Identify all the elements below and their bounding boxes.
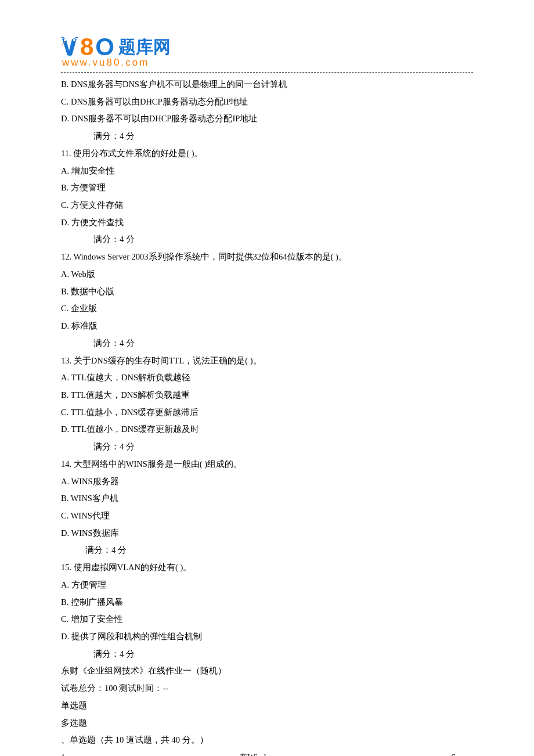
score-line: 满分：4 分 xyxy=(61,438,473,456)
svg-point-3 xyxy=(62,44,63,45)
q1-number: 1. xyxy=(61,749,67,756)
score-line: 满分：4 分 xyxy=(61,646,473,663)
section-single: 单选题 xyxy=(61,697,473,715)
document-content: B. DNS服务器与DNS客户机不可以是物理上的同一台计算机 C. DNS服务器… xyxy=(61,76,473,756)
svg-point-1 xyxy=(73,39,75,41)
q15-option-a: A. 方便管理 xyxy=(61,577,473,594)
question-15: 15. 使用虚拟网VLAN的好处有( )。 xyxy=(61,559,473,577)
q14-option-c: C. WINS代理 xyxy=(61,507,473,525)
logo-v-icon xyxy=(61,37,78,57)
q15-option-c: C. 增加了安全性 xyxy=(61,611,473,628)
logo-url: www.vu80.com xyxy=(62,57,473,69)
q11-option-a: A. 增加安全性 xyxy=(61,163,473,180)
prev-option-c: C. DNS服务器可以由DHCP服务器动态分配IP地址 xyxy=(61,93,473,111)
prev-option-d: D. DNS服务器不可以由DHCP服务器动态分配IP地址 xyxy=(61,110,473,128)
question-11: 11. 使用分布式文件系统的好处是( )。 xyxy=(61,145,473,163)
q12-option-c: C. 企业版 xyxy=(61,300,473,318)
logo-letter-o: O xyxy=(95,35,114,59)
logo-digit-8: 8 xyxy=(80,35,93,59)
question-14: 14. 大型网络中的WINS服务是一般由( )组成的。 xyxy=(61,456,473,473)
q12-option-a: A. Web版 xyxy=(61,266,473,283)
prev-option-b: B. DNS服务器与DNS客户机不可以是物理上的同一台计算机 xyxy=(61,76,473,93)
divider-line xyxy=(61,72,473,73)
q13-option-b: B. TTL值越大，DNS解析负载越重 xyxy=(61,387,473,404)
q12-option-d: D. 标准版 xyxy=(61,318,473,335)
score-line: 满分：4 分 xyxy=(61,542,473,559)
q12-option-b: B. 数据中心版 xyxy=(61,283,473,301)
q11-option-b: B. 方便管理 xyxy=(61,179,473,197)
q11-option-c: C. 方便文件存储 xyxy=(61,197,473,214)
q14-option-d: D. WINS数据库 xyxy=(61,525,473,542)
logo-title-text: 题库网 xyxy=(118,35,171,59)
q14-option-a: A. WINS服务器 xyxy=(61,473,473,491)
exam-info: 试卷总分：100 测试时间：-- xyxy=(61,680,473,697)
score-line: 满分：4 分 xyxy=(61,335,473,352)
logo-header: 8 O 题库网 www.vu80.com xyxy=(61,35,473,69)
section-multi: 多选题 xyxy=(61,715,473,732)
q13-option-c: C. TTL值越小，DNS缓存更新越滞后 xyxy=(61,404,473,422)
score-line: 满分：4 分 xyxy=(61,128,473,145)
score-line: 满分：4 分 xyxy=(61,231,473,249)
question-13: 13. 关于DNS缓存的生存时间TTL，说法正确的是( )。 xyxy=(61,352,473,370)
q15-option-b: B. 控制广播风暴 xyxy=(61,594,473,611)
q1-text-right: Server xyxy=(451,749,473,756)
question-1-line: 1. 在Windows Server xyxy=(61,749,473,756)
question-12: 12. Windows Server 2003系列操作系统中，同时提供32位和6… xyxy=(61,249,473,266)
q14-option-b: B. WINS客户机 xyxy=(61,490,473,507)
exam-title: 东财《企业组网技术》在线作业一（随机） xyxy=(61,663,473,680)
q13-option-a: A. TTL值越大，DNS解析负载越轻 xyxy=(61,369,473,387)
q15-option-d: D. 提供了网段和机构的弹性组合机制 xyxy=(61,628,473,646)
section-header: 、单选题（共 10 道试题，共 40 分。） xyxy=(61,732,473,749)
svg-point-0 xyxy=(64,39,66,41)
svg-point-2 xyxy=(64,42,65,43)
q1-text-mid: 在Windows xyxy=(239,749,280,756)
q11-option-d: D. 方便文件查找 xyxy=(61,214,473,232)
q13-option-d: D. TTL值越小，DNS缓存更新越及时 xyxy=(61,421,473,438)
